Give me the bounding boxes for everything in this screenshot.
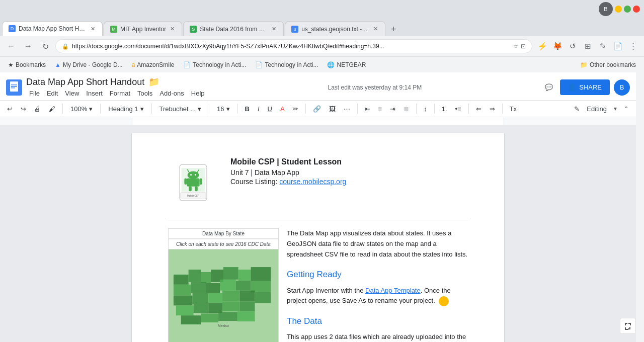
svg-rect-45 bbox=[237, 311, 255, 321]
tabs-bar: D Data Map App Short Han... ✕ M MIT App … bbox=[0, 18, 644, 36]
expand-icon[interactable] bbox=[620, 318, 636, 334]
tab-close-2[interactable]: ✕ bbox=[169, 25, 176, 33]
svg-rect-1 bbox=[11, 84, 17, 86]
right-scrollbar[interactable] bbox=[636, 72, 644, 342]
bold-button[interactable]: B bbox=[242, 103, 253, 115]
tab-close-4[interactable]: ✕ bbox=[372, 25, 379, 33]
align-right-button[interactable]: ⇥ bbox=[387, 103, 398, 115]
menu-edit[interactable]: Edit bbox=[44, 89, 61, 98]
menu-format[interactable]: Format bbox=[107, 89, 133, 98]
comment-icon[interactable]: 💬 bbox=[542, 80, 556, 95]
folder-icon: 📁 bbox=[580, 61, 588, 68]
map-caption: Data Map By State bbox=[169, 229, 278, 239]
more-button[interactable]: ⋯ bbox=[341, 103, 353, 115]
address-text: https://docs.google.com/document/d/1wdxB… bbox=[72, 43, 510, 50]
cast-icon[interactable]: ⊡ bbox=[521, 43, 526, 50]
bookmark-tech2[interactable]: 📄 Technology in Acti... bbox=[251, 59, 322, 70]
link-button[interactable]: 🔗 bbox=[310, 103, 324, 115]
forward-button[interactable]: → bbox=[21, 39, 35, 53]
tab-data-map[interactable]: D Data Map App Short Han... ✕ bbox=[2, 21, 103, 36]
page-content: Data Map App Short Handout 📁 File Edit V… bbox=[0, 72, 636, 342]
numbered-list-button[interactable]: 1. bbox=[439, 103, 450, 115]
docs-title-area: Data Map App Short Handout 📁 File Edit V… bbox=[26, 76, 208, 98]
fontsize-chevron: ▾ bbox=[226, 105, 230, 113]
line-spacing-button[interactable]: ↕ bbox=[421, 103, 430, 115]
document-area[interactable]: Mobile CSP Mobile CSP | Student Lesson U… bbox=[0, 125, 636, 342]
clear-format-button[interactable]: Tx bbox=[507, 103, 520, 115]
menu-addons[interactable]: Add-ons bbox=[156, 89, 187, 98]
collapse-toolbar-button[interactable]: ⌃ bbox=[620, 103, 632, 115]
course-label: Course Listing: bbox=[230, 178, 279, 186]
paint-format-button[interactable]: 🖌 bbox=[46, 103, 58, 115]
align-justify-button[interactable]: ≣ bbox=[400, 103, 412, 115]
menu-file[interactable]: File bbox=[26, 89, 43, 98]
tool3-icon[interactable]: 📄 bbox=[611, 39, 625, 53]
extensions-button[interactable]: ⚡ bbox=[535, 39, 549, 53]
tech1-icon: 📄 bbox=[183, 61, 191, 68]
address-bar[interactable]: 🔒 https://docs.google.com/document/d/1wd… bbox=[55, 39, 532, 53]
share-button[interactable]: 👤 SHARE bbox=[560, 79, 610, 95]
bookmark-drive[interactable]: ▲ My Drive - Google D... bbox=[51, 59, 127, 70]
close-button[interactable] bbox=[633, 6, 640, 13]
image-button[interactable]: 🖼 bbox=[326, 103, 339, 115]
tool1-icon[interactable]: ⊞ bbox=[581, 39, 595, 53]
font-select[interactable]: Trebuchet ... ▾ bbox=[156, 103, 205, 115]
svg-rect-36 bbox=[255, 292, 271, 303]
data-app-template-link[interactable]: Data App Template bbox=[365, 287, 421, 294]
svg-rect-13 bbox=[200, 178, 202, 185]
maximize-button[interactable] bbox=[624, 6, 631, 13]
zoom-select[interactable]: 100% ▾ bbox=[67, 103, 96, 115]
bookmark-tech1[interactable]: 📄 Technology in Acti... bbox=[179, 59, 250, 70]
new-tab-button[interactable]: + bbox=[386, 22, 400, 36]
svg-rect-35 bbox=[240, 291, 255, 302]
fontsize-select[interactable]: 16 ▾ bbox=[213, 103, 233, 115]
tab-label-4: us_states.geojson.txt - G... bbox=[301, 26, 369, 33]
bookmark-bookmarks[interactable]: ★ Bookmarks bbox=[4, 59, 50, 70]
menu-view[interactable]: View bbox=[62, 89, 82, 98]
tab-mit[interactable]: M MIT App Inventor ✕ bbox=[104, 21, 182, 36]
profile-icon[interactable]: B bbox=[599, 2, 613, 16]
bulleted-list-button[interactable]: •≡ bbox=[452, 103, 464, 115]
toolbar-icons: ⚡ 🦊 ↺ ⊞ ✎ 📄 ⋮ bbox=[535, 39, 640, 53]
tab-close-1[interactable]: ✕ bbox=[90, 25, 96, 33]
print-button[interactable]: 🖨 bbox=[31, 103, 44, 115]
align-left-button[interactable]: ⇤ bbox=[362, 103, 373, 115]
reload-button[interactable]: ↻ bbox=[38, 39, 52, 53]
svg-point-9 bbox=[190, 174, 192, 176]
highlight-button[interactable]: ✏ bbox=[290, 103, 301, 115]
content-area: Data Map App Short Handout 📁 File Edit V… bbox=[0, 72, 644, 342]
decrease-indent-button[interactable]: ⇐ bbox=[473, 103, 485, 115]
sync-icon[interactable]: ↺ bbox=[566, 39, 580, 53]
align-center-button[interactable]: ≡ bbox=[375, 103, 385, 115]
bookmark-amazon[interactable]: a AmazonSmile bbox=[128, 59, 179, 70]
bookmark-other[interactable]: 📁 Other bookmarks bbox=[576, 59, 640, 70]
redo-button[interactable]: ↪ bbox=[18, 103, 29, 115]
text-color-button[interactable]: A bbox=[277, 103, 288, 115]
bookmark-netgear[interactable]: 🌐 NETGEAR bbox=[323, 59, 370, 70]
style-select[interactable]: Heading 1 ▾ bbox=[105, 103, 147, 115]
menu-insert[interactable]: Insert bbox=[83, 89, 106, 98]
increase-indent-button[interactable]: ⇒ bbox=[487, 103, 498, 115]
italic-button[interactable]: I bbox=[255, 103, 263, 115]
tab-close-3[interactable]: ✕ bbox=[271, 25, 277, 33]
back-button[interactable]: ← bbox=[4, 39, 18, 53]
editing-chevron-icon[interactable]: ▾ bbox=[614, 105, 617, 112]
docs-header-right: 💬 👤 SHARE B bbox=[542, 79, 630, 96]
menu-help[interactable]: Help bbox=[188, 89, 208, 98]
course-link[interactable]: course.mobilecsp.org bbox=[279, 178, 346, 186]
user-avatar[interactable]: B bbox=[614, 79, 630, 96]
undo-button[interactable]: ↩ bbox=[4, 103, 16, 115]
svg-text:Mobile CSP: Mobile CSP bbox=[187, 195, 199, 197]
tab-geojson[interactable]: u us_states.geojson.txt - G... ✕ bbox=[285, 21, 385, 36]
firefox-icon[interactable]: 🦊 bbox=[550, 39, 565, 53]
star-icon[interactable]: ☆ bbox=[513, 43, 519, 50]
tab-label-3: State Data 2016 from CD... bbox=[200, 26, 268, 33]
bookmarks-bar: ★ Bookmarks ▲ My Drive - Google D... a A… bbox=[0, 56, 644, 72]
docs-folder-icon[interactable]: 📁 bbox=[148, 76, 159, 88]
menu-button[interactable]: ⋮ bbox=[626, 39, 640, 53]
tab-state-data[interactable]: S State Data 2016 from CD... ✕ bbox=[183, 21, 284, 36]
underline-button[interactable]: U bbox=[265, 103, 275, 115]
menu-tools[interactable]: Tools bbox=[134, 89, 155, 98]
tool2-icon[interactable]: ✎ bbox=[596, 39, 610, 53]
minimize-button[interactable] bbox=[615, 6, 622, 13]
